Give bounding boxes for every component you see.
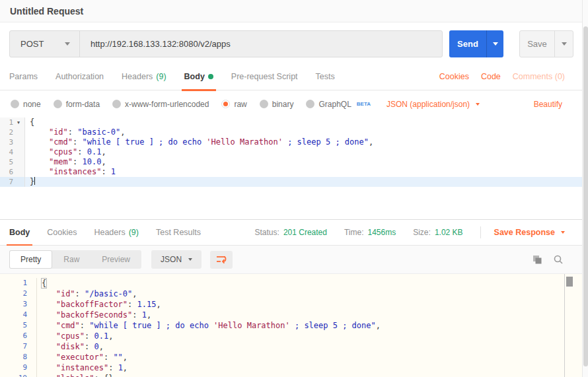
code-token: "backoffSeconds" [56,310,133,320]
code-line[interactable]: 2 "id": "/basic-0", [0,289,582,299]
status-label: Status: [255,228,279,237]
tab-params[interactable]: Params [9,63,38,90]
code-token: "cpus" [49,147,77,156]
code-line-content: "cmd": "while [ true ] ; do echo 'Hello … [37,320,582,331]
code-token: "disk" [56,342,85,351]
code-line[interactable]: 6 "cpus": 0.1, [0,331,582,341]
send-button[interactable]: Send [449,30,486,57]
line-number: 4 [22,310,27,320]
wrap-text-button[interactable] [210,251,233,269]
view-pretty[interactable]: Pretty [9,250,52,269]
line-number-gutter: 3 [0,299,37,310]
response-scrollbar[interactable] [564,274,573,377]
radio-binary[interactable]: binary [260,100,294,109]
code-line[interactable]: 1{ [0,278,582,289]
code-line-content: "executor": "", [37,352,582,362]
tab-prerequest-script[interactable]: Pre-request Script [231,63,298,90]
code-token: 'Hello Marathon' [213,321,290,330]
code-line[interactable]: 4 "backoffSeconds": 1, [0,310,582,320]
window-scrollbar[interactable] [582,0,588,377]
response-body-viewer[interactable]: 1{2 "id": "/basic-0",3 "backoffFactor": … [0,274,582,377]
code-line[interactable]: 10 "labels": {}, [0,373,582,377]
code-token: "id" [49,127,68,137]
code-token: : [128,300,137,309]
method-select[interactable]: POST [10,31,80,57]
code-token: "cpus" [56,331,85,341]
radio-none[interactable]: none [11,100,41,109]
code-line-content: "id": "/basic-0", [37,289,582,299]
line-number-gutter: 3 [0,137,25,147]
save-response-button[interactable]: Save Response [494,228,565,237]
code-line-content: "id": "basic-0", [25,127,582,137]
code-line-content: "labels": {}, [37,373,582,377]
tab-authorization[interactable]: Authorization [55,63,104,90]
code-token: : [75,289,85,298]
code-line[interactable]: 7 "disk": 0, [0,341,582,352]
code-token: "cmd" [49,137,73,147]
code-token: "" [113,353,122,362]
code-link[interactable]: Code [481,72,501,81]
line-number: 7 [0,177,13,187]
tab-body[interactable]: Body [184,63,213,90]
request-body-editor[interactable]: 1▾{2 "id": "basic-0",3 "cmd": "while [ t… [0,118,582,219]
radio-graphql[interactable]: GraphQL BETA [306,100,371,109]
view-raw[interactable]: Raw [52,250,91,269]
code-line-content: { [25,118,582,127]
line-number-gutter: 9 [0,362,37,373]
scrollbar-thumb[interactable] [583,26,588,366]
code-line[interactable]: 8 "executor": "", [0,352,582,362]
code-token [30,157,49,166]
code-line[interactable]: 4 "cpus": 0.1, [0,147,582,157]
code-token: , [132,289,137,298]
response-tab-body[interactable]: Body [9,219,30,246]
code-line[interactable]: 1▾{ [0,118,582,127]
postman-request-window: Untitled Request POST Send Save Params [0,0,588,377]
code-line[interactable]: 3 "backoffFactor": 1.15, [0,299,582,310]
line-number: 7 [22,341,27,352]
code-line[interactable]: 9 "instances": 1, [0,362,582,373]
request-title-bar: Untitled Request [0,0,582,22]
code-token [42,331,56,341]
url-input[interactable] [80,31,442,57]
send-options-button[interactable] [486,30,503,57]
cookies-link[interactable]: Cookies [439,72,469,81]
copy-button[interactable] [532,254,542,265]
code-line-content: "cmd": "while [ true ] ; do echo 'Hello … [25,137,582,147]
radio-circle-icon [112,100,121,108]
radio-raw[interactable]: raw [221,100,246,109]
view-preview[interactable]: Preview [91,250,141,269]
content-type-select[interactable]: JSON (application/json) [386,100,480,109]
save-options-button[interactable] [554,31,573,57]
code-token: ; sleep 5 ; done" [290,321,376,330]
response-tab-headers[interactable]: Headers (9) [94,219,139,246]
line-number-gutter: 4 [0,310,37,320]
code-line[interactable]: 6 "instances": 1 [0,167,582,177]
code-line[interactable]: 3 "cmd": "while [ true ] ; do echo 'Hell… [0,137,582,147]
code-line-content: "instances": 1 [25,167,582,177]
code-line[interactable]: 5 "mem": 10.0, [0,157,582,167]
response-format-select[interactable]: JSON [151,250,202,269]
line-number-gutter: 2 [0,127,25,137]
code-token: "instances" [56,363,108,372]
comments-link[interactable]: Comments (0) [513,72,565,81]
code-line[interactable]: 5 "cmd": "while [ true ] ; do echo 'Hell… [0,320,582,331]
scrollbar-thumb[interactable] [566,277,573,287]
search-button[interactable] [553,254,564,265]
line-number: 3 [22,299,27,310]
beautify-link[interactable]: Beautify [534,100,562,109]
code-token: 0.1 [94,331,109,341]
save-button[interactable]: Save [520,31,554,57]
code-token: , [156,300,161,309]
response-tab-test-results[interactable]: Test Results [156,219,201,246]
line-number: 5 [22,320,27,331]
code-token: : [94,374,103,377]
tab-headers[interactable]: Headers (9) [122,63,166,90]
fold-arrow-icon[interactable]: ▾ [13,118,24,127]
code-line[interactable]: 2 "id": "basic-0", [0,127,582,137]
tab-tests[interactable]: Tests [316,63,335,90]
radio-x-www-form-urlencoded[interactable]: x-www-form-urlencoded [112,100,209,109]
code-line[interactable]: 7} [0,177,582,187]
line-number: 6 [0,167,13,177]
response-tab-cookies[interactable]: Cookies [47,219,77,246]
radio-form-data[interactable]: form-data [54,100,100,109]
